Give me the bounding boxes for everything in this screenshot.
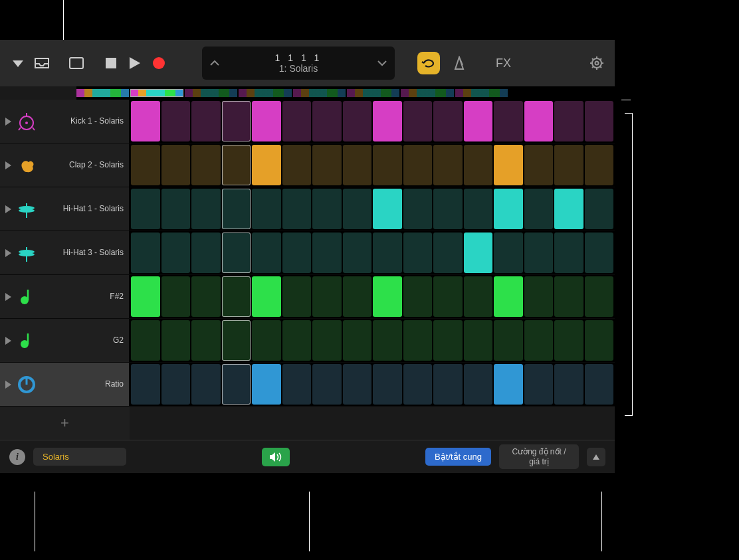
step-cell[interactable] (312, 145, 342, 185)
row-play-icon[interactable] (5, 118, 11, 126)
step-cell[interactable] (373, 145, 402, 185)
step-cell[interactable] (131, 189, 160, 229)
inbox-icon[interactable] (35, 56, 49, 70)
step-cell[interactable] (252, 101, 281, 141)
row-header[interactable]: G2 (0, 319, 130, 362)
step-cell[interactable] (464, 145, 493, 185)
step-cell[interactable] (403, 101, 433, 141)
play-button[interactable] (128, 56, 142, 70)
step-cell[interactable] (312, 101, 342, 141)
step-cell[interactable] (554, 364, 583, 405)
step-cell[interactable] (252, 276, 281, 317)
lcd-display[interactable]: 1 1 1 1 1: Solaris (202, 47, 395, 80)
step-cell[interactable] (554, 189, 583, 229)
step-cell[interactable] (494, 101, 523, 141)
step-cell[interactable] (373, 364, 402, 405)
step-cell[interactable] (161, 189, 191, 229)
expand-button[interactable] (587, 448, 605, 466)
row-play-icon[interactable] (5, 205, 11, 213)
step-cell[interactable] (282, 320, 312, 361)
step-cell[interactable] (343, 276, 372, 317)
step-cell[interactable] (222, 364, 251, 405)
step-cell[interactable] (161, 145, 191, 185)
step-cell[interactable] (222, 189, 251, 229)
step-cell[interactable] (524, 145, 554, 185)
step-cell[interactable] (494, 233, 523, 273)
step-cell[interactable] (524, 364, 554, 405)
step-cell[interactable] (554, 233, 583, 273)
row-play-icon[interactable] (5, 249, 11, 257)
step-cell[interactable] (343, 233, 372, 273)
step-cell[interactable] (524, 189, 554, 229)
step-cell[interactable] (282, 145, 312, 185)
step-cell[interactable] (524, 101, 554, 141)
step-cell[interactable] (403, 189, 433, 229)
step-cell[interactable] (131, 145, 160, 185)
step-cell[interactable] (161, 101, 191, 141)
step-cell[interactable] (464, 320, 493, 361)
record-button[interactable] (152, 56, 166, 70)
step-cell[interactable] (282, 233, 312, 273)
step-cell[interactable] (282, 189, 312, 229)
step-cell[interactable] (433, 276, 463, 317)
step-cell[interactable] (494, 320, 523, 361)
chevron-down-icon[interactable] (377, 60, 387, 66)
toggle-arc-button[interactable]: Bật/tắt cung (425, 448, 491, 466)
step-cell[interactable] (494, 189, 523, 229)
row-header[interactable]: Ratio (0, 363, 130, 406)
row-header[interactable]: Clap 2 - Solaris (0, 143, 130, 187)
step-cell[interactable] (403, 233, 433, 273)
add-row-button[interactable]: + (0, 407, 130, 440)
step-cell[interactable] (554, 101, 583, 141)
velocity-value-button[interactable]: Cường độ nốt / giá trị (499, 444, 579, 469)
step-cell[interactable] (433, 320, 463, 361)
step-cell[interactable] (282, 101, 312, 141)
step-cell[interactable] (433, 101, 463, 141)
step-cell[interactable] (585, 189, 614, 229)
step-cell[interactable] (433, 364, 463, 405)
step-cell[interactable] (343, 101, 372, 141)
step-cell[interactable] (222, 101, 251, 141)
step-cell[interactable] (161, 320, 191, 361)
step-cell[interactable] (433, 145, 463, 185)
step-cell[interactable] (312, 364, 342, 405)
step-cell[interactable] (403, 145, 433, 185)
step-cell[interactable] (252, 189, 281, 229)
chevron-down-icon[interactable] (11, 56, 25, 70)
step-cell[interactable] (585, 101, 614, 141)
stop-button[interactable] (104, 56, 118, 70)
fx-button[interactable]: FX (496, 56, 511, 70)
step-cell[interactable] (312, 189, 342, 229)
step-cell[interactable] (191, 364, 221, 405)
step-cell[interactable] (464, 276, 493, 317)
step-cell[interactable] (252, 320, 281, 361)
step-cell[interactable] (524, 276, 554, 317)
preset-name[interactable]: Solaris (33, 448, 126, 466)
step-cell[interactable] (433, 189, 463, 229)
step-cell[interactable] (161, 233, 191, 273)
cycle-button[interactable] (417, 52, 440, 74)
step-cell[interactable] (403, 320, 433, 361)
step-cell[interactable] (373, 320, 402, 361)
step-cell[interactable] (403, 364, 433, 405)
row-header[interactable]: Hi-Hat 3 - Solaris (0, 231, 130, 274)
row-play-icon[interactable] (5, 337, 11, 345)
step-cell[interactable] (373, 233, 402, 273)
step-cell[interactable] (191, 189, 221, 229)
step-cell[interactable] (191, 276, 221, 317)
gear-icon[interactable] (589, 56, 604, 70)
row-header[interactable]: Kick 1 - Solaris (0, 100, 130, 143)
step-cell[interactable] (494, 145, 523, 185)
step-cell[interactable] (161, 364, 191, 405)
step-cell[interactable] (524, 233, 554, 273)
step-cell[interactable] (554, 145, 583, 185)
step-cell[interactable] (464, 364, 493, 405)
step-cell[interactable] (343, 320, 372, 361)
info-button[interactable]: i (9, 449, 25, 465)
step-cell[interactable] (373, 276, 402, 317)
step-cell[interactable] (585, 145, 614, 185)
step-cell[interactable] (403, 276, 433, 317)
step-cell[interactable] (222, 276, 251, 317)
step-cell[interactable] (494, 276, 523, 317)
step-cell[interactable] (464, 101, 493, 141)
